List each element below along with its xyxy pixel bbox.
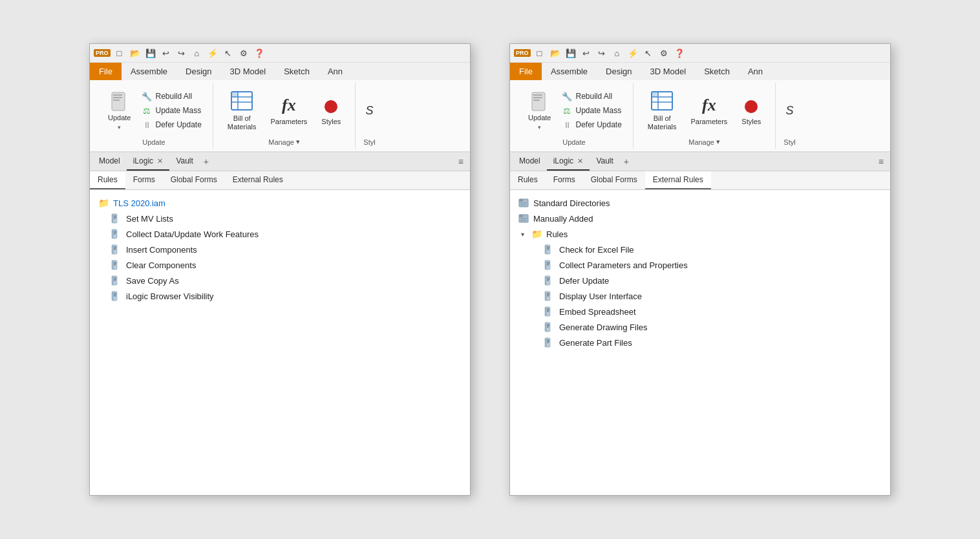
tree-item-rules-folder[interactable]: ▾ 📁 Rules <box>510 226 890 242</box>
tab-file-r[interactable]: File <box>510 63 542 80</box>
open-file-icon-r[interactable]: 📂 <box>549 47 562 59</box>
tree-item-collect-params[interactable]: Collect Parameters and Properties <box>510 257 890 273</box>
tree-root-item[interactable]: 📁 TLS 2020.iam <box>90 195 470 211</box>
cursor-icon[interactable]: ↖ <box>222 47 235 59</box>
bom-button-r[interactable]: Bill ofMaterials <box>641 85 683 135</box>
update-mass-label: Update Mass <box>155 106 201 115</box>
tab-sketch-r[interactable]: Sketch <box>695 63 739 80</box>
update-button[interactable]: Update ▾ <box>103 89 136 133</box>
tree-item-manually-added[interactable]: Manually Added <box>510 211 890 226</box>
cursor-icon-r[interactable]: ↖ <box>642 47 655 59</box>
ilogic-tab-close-r[interactable]: ✕ <box>577 157 583 165</box>
content-tab-external-rules[interactable]: External Rules <box>225 171 291 189</box>
tab-3dmodel-r[interactable]: 3D Model <box>641 63 696 80</box>
defer-update-button[interactable]: ⏸ Defer Update <box>138 118 204 131</box>
panel-tab-menu[interactable]: ≡ <box>454 154 467 169</box>
lightning-icon-r[interactable]: ⚡ <box>626 47 639 59</box>
tab-sketch[interactable]: Sketch <box>275 63 319 80</box>
panel-tab-ilogic-r[interactable]: iLogic ✕ <box>547 153 590 171</box>
panel-tab-vault[interactable]: Vault <box>169 153 199 171</box>
tree-item-ilogic-browser[interactable]: iLogic Browser Visibility <box>90 288 470 304</box>
parameters-icon-r: fx <box>699 95 719 116</box>
styles-button[interactable]: Styles <box>315 92 347 129</box>
tree-item-generate-drawing[interactable]: Generate Drawing Files <box>510 319 890 335</box>
svg-rect-42 <box>533 100 540 101</box>
tree-item-generate-part[interactable]: Generate Part Files <box>510 335 890 350</box>
help-icon-r[interactable]: ❓ <box>673 47 686 59</box>
tree-item-display-ui[interactable]: Display User Interface <box>510 288 890 304</box>
manage-dropdown-arrow[interactable]: ▾ <box>296 138 300 146</box>
defer-update-label-r: Defer Update <box>575 120 621 129</box>
rebuild-all-button-r[interactable]: 🔧 Rebuild All <box>559 90 624 103</box>
content-tab-forms-r[interactable]: Forms <box>546 171 583 189</box>
bom-icon-r <box>650 89 674 112</box>
content-tab-forms[interactable]: Forms <box>125 171 163 189</box>
rule-icon-r3 <box>544 275 555 286</box>
manage-dropdown-arrow-r[interactable]: ▾ <box>716 138 720 146</box>
home-icon-r[interactable]: ⌂ <box>611 47 624 59</box>
ribbon-r: Update ▾ 🔧 Rebuild All ⚖ Update Mass ⏸ D… <box>510 80 890 153</box>
tab-design-r[interactable]: Design <box>597 63 641 80</box>
new-file-icon-r[interactable]: □ <box>533 47 546 59</box>
tree-item-collect-data[interactable]: Collect Data/Update Work Features <box>90 226 470 242</box>
undo-icon[interactable]: ↩ <box>160 47 173 59</box>
tree-item-save-copy-as[interactable]: Save Copy As <box>90 273 470 288</box>
undo-icon-r[interactable]: ↩ <box>580 47 593 59</box>
update-button-r[interactable]: Update ▾ <box>523 89 556 133</box>
content-tab-global-forms-r[interactable]: Global Forms <box>583 171 645 189</box>
settings-icon[interactable]: ⚙ <box>237 47 250 59</box>
update-mass-button[interactable]: ⚖ Update Mass <box>138 104 204 117</box>
content-tab-global-forms[interactable]: Global Forms <box>163 171 225 189</box>
parameters-button-r[interactable]: fx Parameters <box>685 92 732 129</box>
bom-button[interactable]: Bill ofMaterials <box>221 85 263 135</box>
panel-tab-ilogic[interactable]: iLogic ✕ <box>127 153 170 171</box>
content-tab-external-rules-r[interactable]: External Rules <box>645 171 711 189</box>
tree-item-embed-spreadsheet[interactable]: Embed Spreadsheet <box>510 304 890 319</box>
tree-item-insert-components[interactable]: Insert Components <box>90 242 470 257</box>
tree-item-defer-update[interactable]: Defer Update <box>510 273 890 288</box>
tab-file[interactable]: File <box>90 63 122 80</box>
panel-tab-add-r[interactable]: + <box>620 154 633 169</box>
panel-tab-menu-r[interactable]: ≡ <box>875 154 888 169</box>
redo-icon-r[interactable]: ↪ <box>595 47 608 59</box>
rule-icon-5 <box>111 275 122 286</box>
styles-label-r: Styles <box>741 118 761 126</box>
parameters-button[interactable]: fx Parameters <box>265 92 312 129</box>
update-mass-button-r[interactable]: ⚖ Update Mass <box>559 104 624 117</box>
open-file-icon[interactable]: 📂 <box>129 47 142 59</box>
redo-icon[interactable]: ↪ <box>175 47 188 59</box>
content-tab-rules-r[interactable]: Rules <box>510 171 546 189</box>
tab-design[interactable]: Design <box>176 63 220 80</box>
help-icon[interactable]: ❓ <box>253 47 266 59</box>
content-tab-rules[interactable]: Rules <box>90 171 125 189</box>
ribbon-group-manage: Bill ofMaterials fx Parameters Styles Ma… <box>213 83 356 149</box>
tree-item-set-mv-lists[interactable]: Set MV Lists <box>90 211 470 226</box>
content-tab-bar-r: Rules Forms Global Forms External Rules <box>510 171 890 190</box>
settings-icon-r[interactable]: ⚙ <box>657 47 670 59</box>
styles-icon-r <box>741 95 762 116</box>
lightning-icon[interactable]: ⚡ <box>206 47 219 59</box>
panel-tab-model-r[interactable]: Model <box>513 153 547 171</box>
new-file-icon[interactable]: □ <box>113 47 126 59</box>
tab-3dmodel[interactable]: 3D Model <box>221 63 275 80</box>
tree-item-check-excel[interactable]: Check for Excel File <box>510 242 890 257</box>
home-icon[interactable]: ⌂ <box>191 47 204 59</box>
tab-ann[interactable]: Ann <box>319 63 352 80</box>
save-icon-r[interactable]: 💾 <box>564 47 577 59</box>
tab-ann-r[interactable]: Ann <box>739 63 772 80</box>
tree-item-clear-components[interactable]: Clear Components <box>90 257 470 273</box>
left-window: PRO □ 📂 💾 ↩ ↪ ⌂ ⚡ ↖ ⚙ ❓ File Assemble De… <box>89 43 471 496</box>
rebuild-all-button[interactable]: 🔧 Rebuild All <box>138 90 204 103</box>
ilogic-tab-close[interactable]: ✕ <box>157 157 163 165</box>
tree-item-label-5: Save Copy As <box>126 276 179 286</box>
tree-item-standard-dirs[interactable]: Standard Directories <box>510 195 890 211</box>
styles-button-r[interactable]: Styles <box>735 92 767 129</box>
panel-tab-vault-r[interactable]: Vault <box>590 153 619 171</box>
rule-icon-4 <box>111 259 122 271</box>
save-icon[interactable]: 💾 <box>144 47 157 59</box>
tab-assemble-r[interactable]: Assemble <box>542 63 597 80</box>
tab-assemble[interactable]: Assemble <box>122 63 176 80</box>
defer-update-button-r[interactable]: ⏸ Defer Update <box>559 118 624 131</box>
panel-tab-add[interactable]: + <box>200 154 213 169</box>
panel-tab-model[interactable]: Model <box>92 153 127 171</box>
